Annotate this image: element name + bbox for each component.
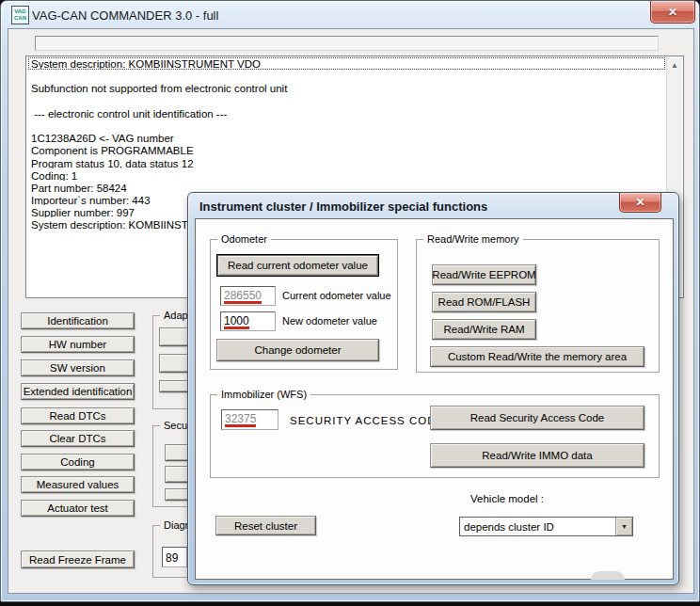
dropdown-arrow-icon[interactable]: ▼: [615, 518, 632, 535]
main-window-title: VAG-CAN COMMANDER 3.0 - full: [32, 8, 218, 23]
read-write-ram-button[interactable]: Read/Write RAM: [432, 319, 536, 340]
output-line[interactable]: Component is PROGRAMMABLE: [28, 144, 665, 156]
sidebar-button-actuator-test[interactable]: Actuator test: [21, 500, 135, 517]
diagnostic-value-field[interactable]: 89: [162, 547, 187, 567]
memory-group: Read/Write memory Read/Write EEPROM Read…: [416, 239, 660, 373]
vehicle-model-dropdown[interactable]: depends cluster ID ▼: [459, 517, 633, 536]
sidebar-button-coding[interactable]: Coding: [21, 454, 135, 470]
read-security-access-code-button[interactable]: Read Security Access Code: [430, 406, 644, 430]
read-current-odometer-button[interactable]: Read current odometer value: [216, 254, 379, 277]
scroll-up-icon[interactable]: ▲: [667, 57, 682, 72]
vehicle-model-label: Vehicle model :: [470, 493, 544, 504]
sidebar-button-clear-dtcs[interactable]: Clear DTCs: [21, 430, 135, 447]
output-line[interactable]: Coding: 1: [28, 169, 665, 182]
dialog-close-glyph: ✕: [635, 196, 644, 209]
dialog-close-icon[interactable]: ✕: [619, 193, 661, 213]
read-rom-flash-button[interactable]: Read ROM/FLASH: [432, 292, 536, 312]
security-access-code-value: 32375: [225, 413, 256, 427]
new-odometer-label: New odometer value: [282, 315, 377, 327]
sidebar-button-measured-values[interactable]: Measured values: [21, 476, 135, 493]
memory-group-label: Read/Write memory: [423, 233, 523, 245]
special-functions-dialog: Instrument cluster / Immobilizer special…: [187, 192, 679, 585]
output-line[interactable]: [28, 95, 665, 107]
custom-read-write-button[interactable]: Custom Read/Write the memory area: [430, 346, 644, 367]
current-odometer-label: Current odometer value: [282, 290, 391, 301]
security-access-code-label: SECURITY ACCESS CODE: [290, 415, 444, 426]
output-line[interactable]: --- electronic control unit identificati…: [28, 107, 665, 120]
new-odometer-value: 1000: [224, 315, 249, 329]
immobilizer-group-label: Immobilizer (WFS): [217, 389, 310, 400]
read-write-eeprom-button[interactable]: Read/Write EEPROM: [432, 264, 536, 285]
dialog-title: Instrument cluster / Immobilizer special…: [199, 199, 487, 214]
sidebar-button-identification[interactable]: Identification: [21, 312, 135, 329]
security-access-code-input[interactable]: 32375: [221, 409, 278, 430]
current-odometer-value: 286550: [224, 290, 262, 304]
new-odometer-input[interactable]: 1000: [220, 311, 276, 331]
sidebar-button-read-dtcs[interactable]: Read DTCs: [21, 407, 135, 424]
partial-hidden-control: [591, 571, 625, 580]
odometer-group-label: Odometer: [217, 233, 271, 245]
close-icon[interactable]: ✕: [650, 1, 695, 24]
main-titlebar[interactable]: VAG CAN VAG-CAN COMMANDER 3.0 - full: [1, 1, 699, 29]
sidebar-button-extended-identification[interactable]: Extended identification: [21, 383, 135, 400]
read-freeze-frame-button[interactable]: Read Freeze Frame: [21, 550, 135, 568]
sidebar-button-hw-number[interactable]: HW number: [21, 336, 135, 353]
close-glyph: ✕: [668, 6, 677, 19]
immobilizer-group: Immobilizer (WFS) 32375 SECURITY ACCESS …: [210, 394, 660, 478]
logo-line2: CAN: [12, 15, 28, 22]
reset-cluster-button[interactable]: Reset cluster: [215, 516, 316, 535]
read-write-immo-data-button[interactable]: Read/Write IMMO data: [430, 443, 644, 468]
vehicle-model-value: depends cluster ID: [460, 521, 615, 533]
change-odometer-button[interactable]: Change odometer: [216, 339, 379, 361]
status-field[interactable]: [35, 36, 659, 51]
sidebar-button-sw-version[interactable]: SW version: [21, 359, 135, 376]
output-line[interactable]: Program status 10, data status 12: [28, 157, 665, 169]
output-line[interactable]: 1C1238A26D <- VAG number: [28, 132, 665, 144]
output-line[interactable]: [28, 70, 665, 82]
odometer-group: Odometer Read current odometer value 286…: [210, 239, 398, 370]
logo-line1: VAG: [12, 8, 28, 15]
diagnostic-value: 89: [166, 551, 178, 565]
vag-can-logo-icon: VAG CAN: [11, 6, 29, 24]
current-odometer-input[interactable]: 286550: [220, 286, 276, 306]
output-line[interactable]: [28, 120, 665, 132]
output-line[interactable]: System description: KOMBIINSTRUMENT VDO: [28, 57, 665, 70]
output-line[interactable]: Subfunction not supported from electroni…: [28, 82, 665, 94]
